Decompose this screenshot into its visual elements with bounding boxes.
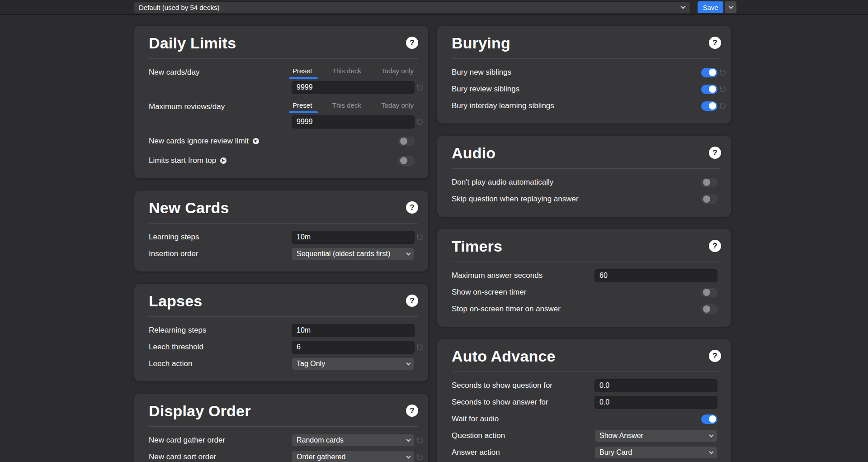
help-icon[interactable]: ? bbox=[406, 201, 418, 214]
max-reviews-day-value-row bbox=[149, 115, 425, 129]
leech-action-row: Leech action Tag Only bbox=[149, 357, 425, 371]
bury-new-toggle[interactable] bbox=[701, 68, 717, 77]
leech-action-select[interactable]: Tag Only bbox=[292, 357, 415, 370]
wait-audio-toggle[interactable] bbox=[701, 414, 717, 424]
row-label: Question action bbox=[452, 431, 594, 440]
row-label: Seconds to show answer for bbox=[452, 398, 594, 407]
new-card-sort-order-select[interactable]: Order gathered bbox=[292, 451, 415, 462]
card-title: Display Order bbox=[149, 401, 251, 421]
tab-today-only[interactable]: Today only bbox=[380, 66, 415, 79]
topbar: Default (used by 54 decks) Save bbox=[0, 0, 868, 15]
card-title: Daily Limits bbox=[149, 33, 236, 53]
tab-this-deck[interactable]: This deck bbox=[331, 66, 362, 79]
new-card-gather-order-select[interactable]: Random cards bbox=[292, 434, 415, 447]
answer-action-row: Answer action Bury Card bbox=[452, 446, 727, 459]
burying-card: Burying ? Bury new siblings Bury review … bbox=[437, 26, 731, 124]
limits-start-top-toggle[interactable] bbox=[398, 156, 415, 166]
bury-interday-row: Bury interday learning siblings bbox=[452, 99, 727, 113]
help-icon[interactable]: ? bbox=[709, 240, 721, 252]
tab-today-only[interactable]: Today only bbox=[380, 100, 415, 113]
new-card-gather-order-row: New card gather order Random cards bbox=[149, 433, 425, 447]
card-title: Lapses bbox=[149, 291, 202, 311]
chevron-down-icon bbox=[406, 437, 411, 442]
help-icon[interactable]: ? bbox=[406, 405, 418, 417]
row-label: Wait for audio bbox=[452, 414, 594, 424]
limit-scope-tabs: Preset This deck Today only bbox=[292, 66, 415, 79]
skip-question-row: Skip question when replaying answer bbox=[452, 192, 727, 206]
reset-icon[interactable] bbox=[416, 233, 424, 241]
tab-preset[interactable]: Preset bbox=[292, 66, 313, 79]
card-title: Audio bbox=[452, 143, 495, 163]
divider bbox=[452, 168, 721, 169]
left-column: Daily Limits ? New cards/day Preset This… bbox=[134, 26, 428, 462]
limits-start-top-row: Limits start from top bbox=[149, 154, 425, 167]
row-label: Limits start from top bbox=[149, 156, 292, 165]
select-value: Random cards bbox=[297, 436, 344, 444]
save-options-button[interactable] bbox=[725, 1, 736, 13]
select-value: Sequential (oldest cards first) bbox=[297, 250, 390, 258]
skip-question-toggle[interactable] bbox=[701, 195, 717, 204]
question-action-select[interactable]: Show Answer bbox=[594, 429, 717, 442]
reset-icon[interactable] bbox=[719, 69, 726, 76]
row-label: Answer action bbox=[452, 448, 594, 457]
save-button[interactable]: Save bbox=[698, 1, 723, 13]
chevron-down-icon bbox=[709, 433, 714, 437]
card-title: Timers bbox=[452, 236, 502, 256]
preset-selector[interactable]: Default (used by 54 decks) bbox=[134, 1, 691, 13]
reset-icon[interactable] bbox=[719, 86, 726, 93]
select-value: Tag Only bbox=[297, 360, 325, 368]
stop-timer-row: Stop on-screen timer on answer bbox=[452, 302, 727, 316]
row-label: New card sort order bbox=[149, 452, 292, 462]
help-icon[interactable]: ? bbox=[406, 295, 418, 307]
insertion-order-select[interactable]: Sequential (oldest cards first) bbox=[292, 248, 415, 260]
global-option-icon bbox=[252, 138, 259, 145]
question-seconds-row: Seconds to show question for bbox=[452, 379, 727, 392]
stop-timer-toggle[interactable] bbox=[701, 305, 717, 314]
max-reviews-day-input[interactable] bbox=[292, 115, 415, 129]
leech-threshold-row: Leech threshold bbox=[149, 340, 425, 354]
chevron-down-icon bbox=[728, 4, 733, 9]
auto-advance-card: Auto Advance ? Seconds to show question … bbox=[437, 339, 731, 462]
help-icon[interactable]: ? bbox=[709, 350, 721, 362]
bury-review-toggle[interactable] bbox=[701, 85, 717, 94]
reset-icon[interactable] bbox=[416, 453, 424, 461]
divider bbox=[452, 372, 721, 372]
reset-icon[interactable] bbox=[416, 437, 424, 444]
bury-new-row: Bury new siblings bbox=[452, 66, 727, 79]
row-label: Leech threshold bbox=[149, 343, 292, 352]
preset-selector-value: Default (used by 54 decks) bbox=[139, 4, 219, 11]
timers-card: Timers ? Maximum answer seconds Show on-… bbox=[437, 229, 731, 327]
reset-icon[interactable] bbox=[416, 118, 424, 126]
row-label: Skip question when replaying answer bbox=[452, 195, 594, 204]
learning-steps-input[interactable] bbox=[292, 231, 415, 244]
chevron-down-icon bbox=[406, 251, 411, 255]
divider bbox=[452, 58, 721, 59]
help-icon[interactable]: ? bbox=[709, 37, 721, 49]
row-label: Bury interday learning siblings bbox=[452, 101, 594, 110]
help-icon[interactable]: ? bbox=[709, 147, 721, 159]
row-label: Relearning steps bbox=[149, 326, 292, 335]
ignore-review-limit-toggle[interactable] bbox=[398, 137, 415, 146]
no-autoplay-toggle[interactable] bbox=[701, 178, 717, 187]
help-icon[interactable]: ? bbox=[406, 37, 418, 49]
max-reviews-day-row: Maximum reviews/day Preset This deck Tod… bbox=[149, 100, 425, 114]
leech-threshold-input[interactable] bbox=[292, 341, 415, 354]
new-cards-day-row: New cards/day Preset This deck Today onl… bbox=[149, 66, 425, 79]
question-seconds-input[interactable] bbox=[594, 379, 717, 392]
tab-preset[interactable]: Preset bbox=[292, 100, 313, 113]
reset-icon[interactable] bbox=[416, 84, 424, 91]
max-answer-seconds-input[interactable] bbox=[594, 269, 717, 282]
divider bbox=[149, 316, 418, 317]
relearning-steps-input[interactable] bbox=[292, 324, 415, 337]
tab-this-deck[interactable]: This deck bbox=[331, 100, 362, 113]
answer-seconds-input[interactable] bbox=[594, 396, 717, 409]
limit-scope-tabs: Preset This deck Today only bbox=[292, 100, 415, 113]
reset-icon[interactable] bbox=[719, 102, 726, 110]
answer-action-select[interactable]: Bury Card bbox=[594, 446, 717, 459]
reset-icon[interactable] bbox=[416, 343, 424, 351]
select-value: Show Answer bbox=[599, 432, 643, 440]
new-cards-day-input[interactable] bbox=[292, 81, 415, 94]
show-timer-toggle[interactable] bbox=[701, 288, 717, 297]
bury-interday-toggle[interactable] bbox=[701, 101, 717, 111]
row-label: New cards ignore review limit bbox=[149, 137, 292, 146]
